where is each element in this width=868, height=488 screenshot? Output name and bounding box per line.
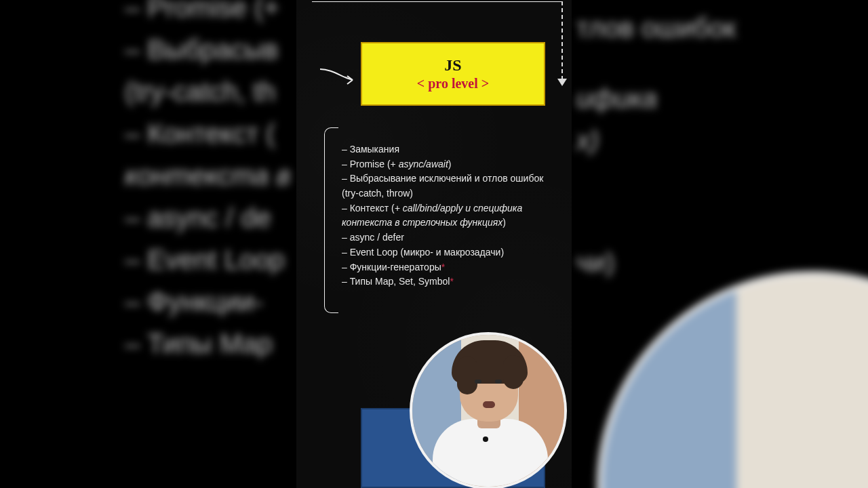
card-title: JS [444,56,461,75]
list-item: – Event Loop (микро- и макрозадачи) [342,245,545,260]
connector-dashed [561,1,563,80]
topic-card-js-pro: JS < pro level > [361,42,545,106]
avatar-eye [495,380,502,384]
list-text-italic: async/await [399,159,448,169]
bg-line: – Выбрасыв [125,28,290,70]
list-text: – Типы Map, Set, Symbol [342,276,450,287]
list-item: – Типы Map, Set, Symbol* [342,274,545,289]
bg-line: – Контекст ( [125,113,290,155]
list-text: – Promise (+ [342,159,399,169]
bg-avatar-blur [597,271,868,488]
presenter-avatar [410,332,567,488]
list-text: ) [448,159,452,169]
list-text: – Контекст ( [342,203,395,214]
list-item: (try-catch, throw) [342,186,545,201]
bg-line: х) [576,119,736,161]
bg-line: – Promise (+ [125,0,290,28]
connector-line [312,1,563,2]
list-bracket [324,127,338,313]
list-item: – async / defer [342,230,545,245]
bg-line: – Типы Map [125,323,290,365]
list-item: – Замыкания [342,142,545,157]
asterisk-icon: * [441,262,445,272]
list-item: – Выбрасывание исключений и отлов ошибок [342,171,545,186]
asterisk-icon: * [450,276,453,287]
avatar-mouth [483,401,495,408]
topic-list: – Замыкания – Promise (+ async/await) – … [342,142,545,289]
list-item: – Promise (+ async/await) [342,157,545,172]
bg-line: ифика [576,77,736,119]
arrowhead-down-icon [557,79,567,86]
bg-text-right: тлов ошибок ифика х) чи) [576,7,736,283]
bg-text-left: – Promise (+ – Выбрасыв (try-catch, th –… [125,0,290,365]
list-item: – Контекст (+ call/bind/apply и специфик… [342,201,545,230]
card-subtitle: < pro level > [417,76,489,92]
bg-line: контекста в [125,155,290,197]
bg-line: – Функции- [125,281,290,323]
microphone-icon [483,436,488,442]
video-frame: – Promise (+ – Выбрасыв (try-catch, th –… [0,0,868,488]
bg-line: – async / de [125,197,290,239]
list-text: ) [502,217,506,228]
list-item: – Функции-генераторы* [342,260,545,275]
bg-line: – Event Loop [125,239,290,281]
bg-line: тлов ошибок [576,7,736,49]
arrow-right-icon [319,68,361,91]
list-text: – Функции-генераторы [342,262,441,272]
bg-line: (try-catch, th [125,70,290,113]
avatar-eye [475,380,481,384]
